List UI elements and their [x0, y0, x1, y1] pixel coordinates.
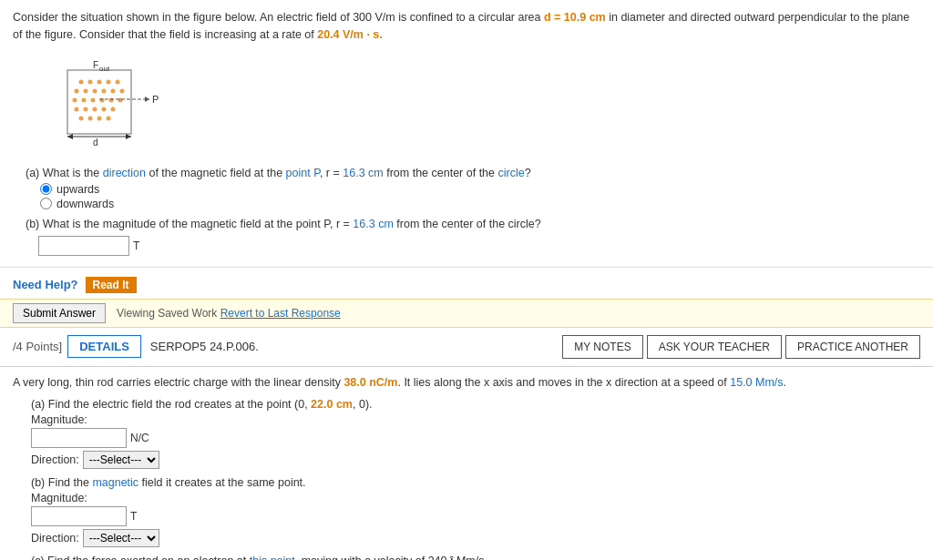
magnitude-label-b: Magnitude:	[31, 492, 920, 504]
svg-marker-33	[67, 134, 73, 139]
svg-text:d: d	[93, 137, 98, 148]
svg-point-22	[111, 107, 116, 111]
point-p-ref: point P	[286, 167, 320, 179]
submit-row: Submit Answer Viewing Saved Work Revert …	[0, 299, 933, 328]
option-downwards[interactable]: downwards	[40, 198, 920, 210]
figure-area: F out P d	[40, 56, 186, 148]
need-help-bar: Need Help? Read It	[0, 271, 933, 299]
svg-point-6	[75, 88, 79, 93]
density-highlight: 38.0 nC/m	[343, 376, 397, 389]
svg-point-25	[97, 116, 102, 120]
dir-label-b: Direction:	[31, 532, 79, 545]
svg-point-5	[116, 79, 120, 84]
svg-point-23	[79, 116, 84, 120]
svg-point-12	[73, 97, 77, 102]
bottom-problem-section: /4 Points] DETAILS SERPOP5 24.P.006. MY …	[0, 328, 933, 561]
speed-highlight: 15.0 Mm/s	[730, 376, 783, 389]
input-row-a: N/C	[31, 428, 920, 448]
rate-highlight: 20.4 V/m · s.	[317, 28, 383, 41]
direction-select-b[interactable]: ---Select--- +x -x +y -y +z -z	[83, 529, 159, 547]
magnetic-word: magnetic	[92, 476, 138, 489]
svg-point-4	[107, 79, 111, 84]
bottom-part-a-label: (a) Find the electric field the rod crea…	[31, 398, 920, 411]
problem-header: /4 Points] DETAILS SERPOP5 24.P.006. MY …	[0, 328, 933, 367]
svg-text:P: P	[152, 94, 159, 105]
submit-answer-button[interactable]: Submit Answer	[13, 303, 106, 323]
svg-point-17	[118, 97, 123, 102]
svg-point-21	[102, 107, 107, 111]
need-help-label: Need Help?	[13, 278, 78, 291]
magnitude-input-a[interactable]	[31, 428, 127, 448]
downwards-label: downwards	[56, 198, 114, 210]
svg-point-20	[93, 107, 97, 111]
svg-marker-30	[145, 97, 149, 102]
svg-point-15	[100, 97, 105, 102]
part-b-unit: T	[133, 239, 139, 252]
upwards-label: upwards	[56, 183, 99, 196]
part-b-input[interactable]	[38, 236, 129, 256]
r-value-a: 16.3 cm	[343, 167, 383, 179]
svg-point-24	[88, 116, 93, 120]
svg-point-10	[111, 88, 116, 93]
top-problem-section: Consider the situation shown in the figu…	[0, 0, 933, 268]
problem-body: A very long, thin rod carries electric c…	[0, 367, 933, 561]
ask-teacher-button[interactable]: ASK YOUR TEACHER	[647, 335, 782, 359]
magnitude-input-b[interactable]	[31, 506, 127, 526]
bottom-part-c: (c) Find the force exerted on an electro…	[31, 555, 920, 560]
part-b-label: (b) What is the magnitude of the magneti…	[26, 218, 920, 230]
svg-point-19	[84, 107, 88, 111]
svg-text:F: F	[93, 60, 98, 70]
problem-description-bottom: A very long, thin rod carries electric c…	[13, 374, 920, 392]
svg-point-26	[107, 116, 111, 120]
dir-label-a: Direction:	[31, 453, 79, 466]
svg-point-14	[91, 97, 96, 102]
read-it-button[interactable]: Read It	[86, 277, 137, 293]
bottom-part-a: (a) Find the electric field the rod crea…	[31, 398, 920, 469]
my-notes-button[interactable]: MY NOTES	[562, 335, 642, 359]
point-a-highlight: 22.0 cm	[311, 398, 353, 411]
bottom-part-b-label: (b) Find the magnetic field it creates a…	[31, 476, 920, 489]
part-a-block: (a) What is the direction of the magneti…	[26, 167, 920, 210]
option-upwards[interactable]: upwards	[40, 183, 920, 196]
part-a-label: (a) What is the direction of the magneti…	[26, 167, 920, 179]
svg-point-7	[84, 88, 88, 93]
svg-point-1	[79, 79, 84, 84]
action-buttons: MY NOTES ASK YOUR TEACHER PRACTICE ANOTH…	[562, 335, 920, 359]
problem-id: SERPOP5 24.P.006.	[150, 340, 259, 353]
points-label: /4 Points]	[13, 340, 62, 353]
svg-point-13	[82, 97, 87, 102]
radio-downwards[interactable]	[40, 198, 52, 209]
this-point-highlight: this point	[250, 555, 295, 560]
radio-upwards[interactable]	[40, 183, 52, 195]
svg-marker-34	[126, 134, 131, 139]
svg-text:out: out	[99, 65, 110, 73]
bottom-part-c-label: (c) Find the force exerted on an electro…	[31, 555, 920, 560]
bottom-part-b: (b) Find the magnetic field it creates a…	[31, 476, 920, 547]
practice-another-button[interactable]: PRACTICE ANOTHER	[785, 335, 920, 359]
direction-select-a[interactable]: ---Select--- +x -x +y -y +z -z	[83, 451, 159, 469]
details-button[interactable]: DETAILS	[67, 335, 141, 358]
input-row-b: T	[31, 506, 920, 526]
part-b-answer-row: T	[38, 236, 920, 256]
direction-row-a: Direction: ---Select--- +x -x +y -y +z -…	[31, 451, 920, 469]
magnitude-label-a: Magnitude:	[31, 413, 920, 426]
svg-point-18	[75, 107, 79, 111]
svg-point-8	[93, 88, 97, 93]
circle-word: circle	[497, 167, 524, 179]
svg-point-16	[109, 97, 114, 102]
direction-word: direction	[103, 167, 146, 179]
r-value-b: 16.3 cm	[353, 218, 393, 230]
unit-t-b: T	[130, 510, 137, 523]
revert-link[interactable]: Revert to Last Response	[220, 307, 341, 320]
svg-point-11	[120, 88, 125, 93]
problem-description: Consider the situation shown in the figu…	[13, 9, 920, 44]
part-b-block: (b) What is the magnitude of the magneti…	[26, 218, 920, 256]
direction-row-b: Direction: ---Select--- +x -x +y -y +z -…	[31, 529, 920, 547]
svg-point-2	[88, 79, 93, 84]
diameter-highlight: d = 10.9 cm	[544, 11, 606, 24]
figure-svg: F out P d	[40, 56, 186, 148]
svg-point-9	[102, 88, 107, 93]
svg-point-3	[97, 79, 102, 84]
unit-nc: N/C	[130, 432, 149, 444]
viewing-saved-text: Viewing Saved Work Revert to Last Respon…	[117, 307, 341, 320]
